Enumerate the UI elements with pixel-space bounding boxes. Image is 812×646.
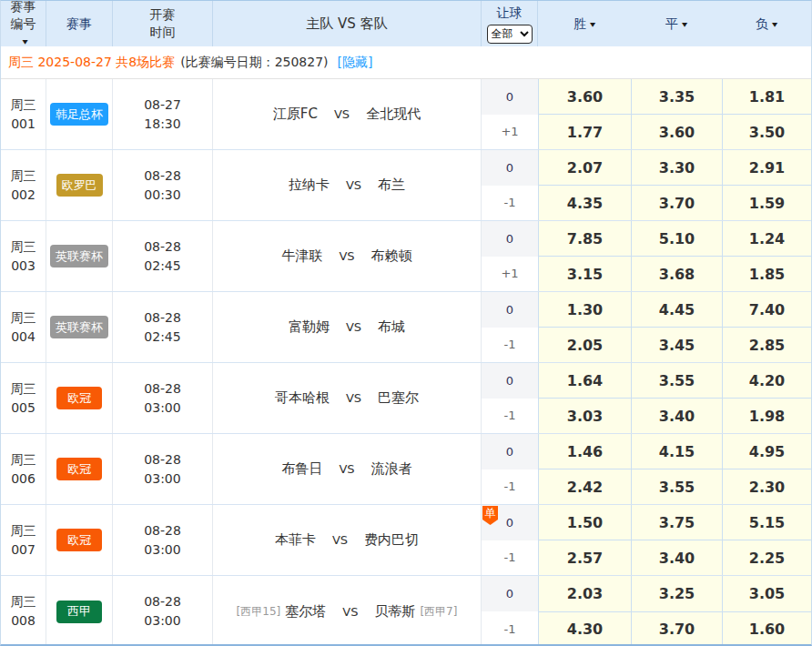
away-team: 贝蒂斯	[374, 603, 415, 621]
header-win[interactable]: 胜 ▼	[538, 1, 631, 46]
sort-arrow-icon: ▼	[682, 16, 687, 30]
away-team: 布兰	[378, 177, 405, 194]
start-time-cell: 08-28 03:00	[113, 505, 213, 575]
match-number: 006	[11, 469, 36, 489]
draw-odds-column: 5.10 3.68	[631, 221, 722, 291]
draw-odds-bottom[interactable]: 3.40	[632, 540, 722, 575]
lose-odds-top[interactable]: 3.05	[723, 576, 811, 612]
lose-odds-bottom[interactable]: 2.85	[723, 328, 811, 362]
away-team: 布城	[378, 318, 405, 336]
win-odds-column: 1.50 2.57	[538, 505, 631, 575]
home-team: 布鲁日	[281, 460, 322, 478]
league-cell: 西甲	[46, 576, 113, 646]
date-bar: 周三 2025-08-27 共8场比赛 (比赛编号日期：250827) [隐藏]	[1, 46, 811, 79]
lose-odds-bottom[interactable]: 2.25	[723, 540, 811, 575]
lose-odds-bottom[interactable]: 1.60	[723, 612, 811, 646]
lose-odds-bottom[interactable]: 1.59	[723, 186, 811, 220]
league-badge[interactable]: 西甲	[56, 601, 102, 623]
draw-odds-top[interactable]: 4.45	[632, 292, 722, 328]
lose-odds-top[interactable]: 7.40	[723, 292, 811, 328]
draw-odds-column: 4.15 3.55	[631, 434, 722, 504]
handicap-cell: 0 +1	[482, 79, 538, 149]
lose-odds-bottom[interactable]: 1.98	[723, 399, 811, 433]
lose-odds-column: 7.40 2.85	[722, 292, 811, 362]
league-cell: 欧冠	[46, 434, 113, 504]
draw-odds-top[interactable]: 4.15	[632, 434, 722, 469]
lose-odds-top[interactable]: 1.24	[723, 221, 811, 257]
away-team-rank: [西甲7]	[420, 604, 457, 620]
draw-odds-top[interactable]: 3.75	[632, 505, 722, 540]
win-odds-top[interactable]: 1.46	[539, 434, 631, 469]
draw-odds-top[interactable]: 5.10	[632, 221, 722, 257]
league-badge[interactable]: 欧冠	[56, 387, 102, 409]
match-number: 003	[11, 257, 36, 276]
start-time-cell: 08-28 00:30	[113, 150, 213, 220]
header-match-number[interactable]: 赛事编号 ▼	[1, 1, 46, 46]
handicap-filter-select[interactable]: 全部	[487, 25, 533, 44]
match-date: 08-28	[144, 521, 181, 540]
match-time: 03:00	[144, 611, 180, 631]
header-draw[interactable]: 平 ▼	[631, 1, 722, 46]
win-odds-column: 1.64 3.03	[538, 363, 631, 433]
match-number-cell: 周三 002	[1, 150, 46, 220]
lose-odds-top[interactable]: 5.15	[723, 505, 811, 540]
teams-cell: [西甲15] 塞尔塔 VS 贝蒂斯 [西甲7]	[213, 576, 482, 646]
match-day: 周三	[11, 237, 36, 257]
draw-odds-bottom[interactable]: 3.60	[632, 115, 722, 149]
draw-odds-top[interactable]: 3.25	[632, 576, 722, 612]
odds-table: 赛事编号 ▼ 赛事 开赛时间 主队 VS 客队 让球 全部 胜 ▼ 平 ▼ 负 …	[0, 0, 812, 646]
match-number: 005	[11, 399, 36, 418]
win-odds-bottom[interactable]: 2.57	[539, 540, 631, 575]
draw-odds-bottom[interactable]: 3.55	[632, 469, 722, 504]
league-badge[interactable]: 韩足总杯	[50, 103, 108, 126]
lose-odds-top[interactable]: 2.91	[723, 150, 811, 186]
draw-odds-bottom[interactable]: 3.40	[632, 399, 722, 433]
draw-odds-bottom[interactable]: 3.68	[632, 257, 722, 291]
win-odds-top[interactable]: 2.07	[539, 150, 631, 186]
handicap-value-top: 0	[482, 221, 538, 257]
win-odds-top[interactable]: 1.64	[539, 363, 631, 399]
teams-cell: 拉纳卡 VS 布兰	[213, 150, 482, 220]
win-odds-top[interactable]: 1.50	[539, 505, 631, 540]
lose-odds-bottom[interactable]: 3.50	[723, 115, 811, 149]
win-odds-bottom[interactable]: 4.35	[539, 186, 631, 220]
win-odds-bottom[interactable]: 3.03	[539, 399, 631, 433]
draw-odds-bottom[interactable]: 3.70	[632, 612, 722, 646]
league-badge[interactable]: 欧冠	[56, 458, 102, 480]
header-lose[interactable]: 负 ▼	[722, 1, 811, 46]
draw-odds-top[interactable]: 3.30	[632, 150, 722, 186]
win-odds-bottom[interactable]: 4.30	[539, 612, 631, 646]
league-badge[interactable]: 欧罗巴	[56, 174, 103, 197]
win-odds-bottom[interactable]: 2.42	[539, 469, 631, 504]
win-odds-top[interactable]: 2.03	[539, 576, 631, 612]
draw-odds-bottom[interactable]: 3.45	[632, 328, 722, 362]
draw-odds-top[interactable]: 3.35	[632, 79, 722, 115]
match-time: 02:45	[144, 257, 180, 276]
win-odds-bottom[interactable]: 3.15	[539, 257, 631, 291]
lose-odds-bottom[interactable]: 1.85	[723, 257, 811, 291]
league-badge[interactable]: 欧冠	[56, 529, 102, 551]
lose-odds-column: 3.05 1.60	[722, 576, 811, 646]
league-badge[interactable]: 英联赛杯	[50, 316, 108, 338]
league-badge[interactable]: 英联赛杯	[50, 245, 108, 267]
match-date: 08-28	[144, 237, 181, 257]
start-time-cell: 08-28 03:00	[113, 434, 213, 504]
lose-odds-bottom[interactable]: 2.30	[723, 469, 811, 504]
hide-link[interactable]: [隐藏]	[338, 55, 373, 71]
win-odds-bottom[interactable]: 1.77	[539, 115, 631, 149]
match-number: 001	[11, 115, 36, 134]
lose-odds-top[interactable]: 4.20	[723, 363, 811, 399]
home-team: 富勒姆	[289, 318, 330, 336]
lose-odds-top[interactable]: 4.95	[723, 434, 811, 469]
win-odds-top[interactable]: 7.85	[539, 221, 631, 257]
draw-odds-top[interactable]: 3.55	[632, 363, 722, 399]
win-odds-column: 1.30 2.05	[538, 292, 631, 362]
win-odds-bottom[interactable]: 2.05	[539, 328, 631, 362]
win-odds-top[interactable]: 3.60	[539, 79, 631, 115]
match-number: 002	[11, 186, 36, 205]
win-odds-top[interactable]: 1.30	[539, 292, 631, 328]
draw-odds-bottom[interactable]: 3.70	[632, 186, 722, 220]
league-cell: 英联赛杯	[46, 221, 113, 291]
teams-cell: 本菲卡 VS 费内巴切	[213, 505, 482, 575]
lose-odds-top[interactable]: 1.81	[723, 79, 811, 115]
